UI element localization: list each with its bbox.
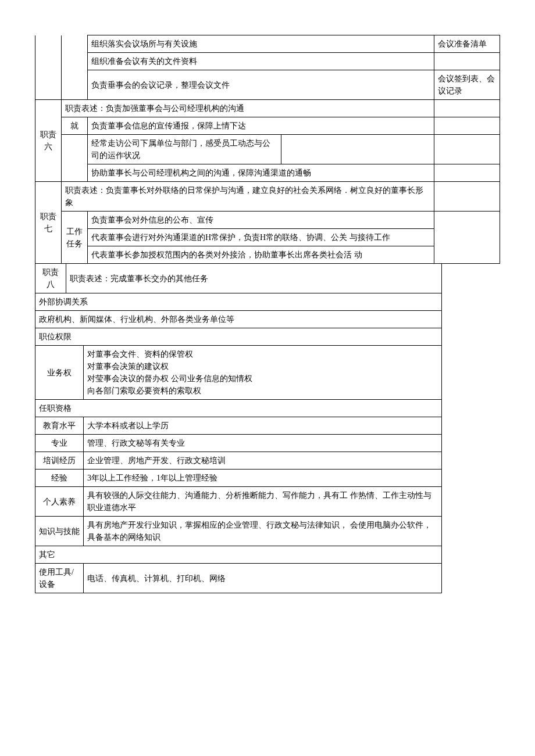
section-header: 任职资格 <box>35 400 442 417</box>
duty-label: 职责七 <box>35 182 62 264</box>
qual-content: 大学本科或者以上学历 <box>84 417 442 435</box>
other-label: 使用工具/设备 <box>35 564 84 593</box>
section-header: 其它 <box>35 546 442 564</box>
desc2-prefix: 就 <box>62 117 88 135</box>
qual-label: 培训经历 <box>35 452 84 470</box>
output-cell: 会议准备清单 <box>434 35 500 53</box>
other-content: 电话、传真机、计算机、打印机、网络 <box>84 564 442 593</box>
table-row: 知识与技能 具有房地产开发行业知识，掌握相应的企业管理、行政文秘与法律知识， 会… <box>35 517 442 546</box>
table-row: 经验 3年以上工作经验，1年以上管理经验 <box>35 470 442 487</box>
table-row: 培训经历 企业管理、房地产开发、行政文秘培训 <box>35 452 442 470</box>
table-external: 外部协调关系 政府机构、新闻媒体、行业机构、外部各类业务单位等 <box>35 293 442 328</box>
table-qualification: 任职资格 教育水平 大学本科或者以上学历 专业 管理、行政文秘等有关专业 培训经… <box>35 399 442 546</box>
duty-desc: 职责表述：负责董事长对外联络的日常保护与沟通，建立良好的社会关系网络．树立良好的… <box>62 182 434 212</box>
authority-label: 业务权 <box>35 346 84 400</box>
task-cell: 代表董事长参加授权范围内的各类对外接洽，协助董事长出席各类社会活 动 <box>88 246 434 264</box>
table-row: 代表董事会进行对外沟通渠道的H常保护，负责H常的联络、协调、公关 与接待工作 <box>35 229 500 246</box>
table-row: 政府机构、新闻媒体、行业机构、外部各类业务单位等 <box>35 311 442 328</box>
table-row: 职责八 职责表述：完成董事长交办的其他任务 <box>35 264 442 293</box>
qual-label: 个人素养 <box>35 487 84 517</box>
table-row: 外部协调关系 <box>35 293 442 311</box>
task-cell: 协助董事长与公司经理机构之间的沟通，保障沟通渠道的通畅 <box>88 164 434 182</box>
table-top-section: 组织落实会议场所与有关设施 会议准备清单 组织准备会议有关的文件资料 负责垂事会… <box>35 35 500 100</box>
section-header: 职位权限 <box>35 328 442 346</box>
output-cell <box>434 53 500 70</box>
duty-label: 职责六 <box>35 100 62 182</box>
table-duty-7: 职责七 职责表述：负责董事长对外联络的日常保护与沟通，建立良好的社会关系网络．树… <box>35 181 500 264</box>
table-row: 职位权限 <box>35 328 442 346</box>
table-row: 业务权 对董事会文件、资料的保管权 对董事会决策的建议权 对莹事会决议的督办权 … <box>35 346 442 400</box>
table-duty-8: 职责八 职责表述：完成董事长交办的其他任务 <box>35 263 442 293</box>
qual-label: 经验 <box>35 470 84 487</box>
table-row: 组织准备会议有关的文件资料 <box>35 53 500 70</box>
table-row: 经常走访公司下属单位与部门，感受员工动态与公司的运作状况 <box>35 135 500 164</box>
table-row: 任职资格 <box>35 400 442 417</box>
table-row: 教育水平 大学本科或者以上学历 <box>35 417 442 435</box>
tasks-label: 工作任务 <box>62 212 88 264</box>
task-cell: 负责董事会对外信息的公布、宣传 <box>88 212 434 229</box>
qual-label: 专业 <box>35 435 84 452</box>
section-header: 外部协调关系 <box>35 293 442 311</box>
table-row: 工作任务 负责董事会对外信息的公布、宣传 <box>35 212 500 229</box>
task-cell: 组织准备会议有关的文件资料 <box>88 53 434 70</box>
external-content: 政府机构、新闻媒体、行业机构、外部各类业务单位等 <box>35 311 442 328</box>
duty-label: 职责八 <box>35 264 66 293</box>
table-row: 专业 管理、行政文秘等有关专业 <box>35 435 442 452</box>
duty-desc: 职责表述：负责加强董事会与公司经理机构的沟通 <box>62 100 434 117</box>
table-row: 组织落实会议场所与有关设施 会议准备清单 <box>35 35 500 53</box>
qual-label: 教育水平 <box>35 417 84 435</box>
table-row: 代表董事长参加授权范围内的各类对外接洽，协助董事长出席各类社会活 动 <box>35 246 500 264</box>
authority-content: 对董事会文件、资料的保管权 对董事会决策的建议权 对莹事会决议的督办权 公司业务… <box>84 346 442 400</box>
duty-desc: 职责表述：完成董事长交办的其他任务 <box>66 264 442 293</box>
task-cell: 组织落实会议场所与有关设施 <box>88 35 434 53</box>
table-row: 负责垂事会的会议记录，整理会议文件 会议签到表、会议记录 <box>35 70 500 100</box>
task-cell: 代表董事会进行对外沟通渠道的H常保护，负责H常的联络、协调、公关 与接待工作 <box>88 229 434 246</box>
task-cell: 经常走访公司下属单位与部门，感受员工动态与公司的运作状况 <box>88 135 281 164</box>
table-row: 其它 <box>35 546 442 564</box>
table-other: 其它 使用工具/设备 电话、传真机、计算机、打印机、网络 <box>35 546 442 593</box>
qual-content: 企业管理、房地产开发、行政文秘培训 <box>84 452 442 470</box>
table-row: 职责六 职责表述：负责加强董事会与公司经理机构的沟通 <box>35 100 500 117</box>
table-row: 个人素养 具有较强的人际交往能力、沟通能力、分析推断能力、写作能力，具有工 作热… <box>35 487 442 517</box>
qual-content: 具有房地产开发行业知识，掌握相应的企业管理、行政文秘与法律知识， 会使用电脑办公… <box>84 517 442 546</box>
qual-label: 知识与技能 <box>35 517 84 546</box>
qual-content: 具有较强的人际交往能力、沟通能力、分析推断能力、写作能力，具有工 作热情、工作主… <box>84 487 442 517</box>
duty-desc2: 负责董事会信息的宣传通报，保障上情下达 <box>88 117 434 135</box>
table-duty-6: 职责六 职责表述：负责加强董事会与公司经理机构的沟通 就 负责董事会信息的宣传通… <box>35 99 500 182</box>
table-row: 协助董事长与公司经理机构之间的沟通，保障沟通渠道的通畅 <box>35 164 500 182</box>
table-row: 职责七 职责表述：负责董事长对外联络的日常保护与沟通，建立良好的社会关系网络．树… <box>35 182 500 212</box>
qual-content: 管理、行政文秘等有关专业 <box>84 435 442 452</box>
output-cell: 会议签到表、会议记录 <box>434 70 500 100</box>
qual-content: 3年以上工作经验，1年以上管理经验 <box>84 470 442 487</box>
task-cell: 负责垂事会的会议记录，整理会议文件 <box>88 70 434 100</box>
table-row: 就 负责董事会信息的宣传通报，保障上情下达 <box>35 117 500 135</box>
table-row: 使用工具/设备 电话、传真机、计算机、打印机、网络 <box>35 564 442 593</box>
table-authority: 职位权限 业务权 对董事会文件、资料的保管权 对董事会决策的建议权 对莹事会决议… <box>35 328 442 400</box>
